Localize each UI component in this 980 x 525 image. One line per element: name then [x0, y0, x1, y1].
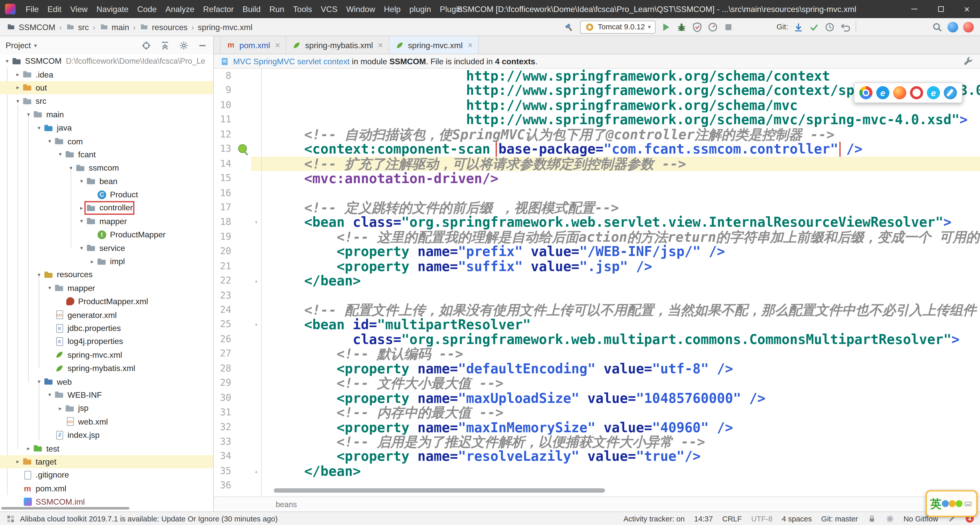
activity-tracker-status[interactable]: Activity tracker: on [624, 514, 685, 523]
chevron-expanded-icon[interactable]: ▾ [56, 151, 65, 158]
tree-item-test[interactable]: ▸test [0, 442, 213, 455]
breadcrumb-main[interactable]: main [99, 22, 129, 32]
vcs-rollback-icon[interactable] [840, 21, 851, 32]
ime-icon-green[interactable] [956, 500, 963, 507]
chrome-icon[interactable] [859, 86, 872, 99]
tree-item-spring-mvc.xml[interactable]: spring-mvc.xml [0, 348, 213, 362]
tree-item-com[interactable]: ▾com [0, 134, 213, 148]
fold-icon[interactable]: ▴ [251, 464, 262, 478]
tree-item-WEB-INF[interactable]: ▾WEB-INF [0, 388, 213, 401]
close-tab-icon[interactable]: × [378, 40, 383, 50]
code-line-35[interactable]: 35▴ </bean> [214, 464, 980, 478]
code-line-30[interactable]: 30 <property name="maxUploadSize" value=… [214, 391, 980, 405]
hide-panel-icon[interactable] [197, 40, 207, 50]
code-line-16[interactable]: 16 [214, 186, 980, 200]
code-line-29[interactable]: 29 <!-- 文件大小最大值 --> [214, 376, 980, 391]
code-line-17[interactable]: 17 <!-- 定义跳转的文件的前后缀 ，视图模式配置--> [214, 200, 980, 215]
vcs-history-icon[interactable] [824, 21, 835, 32]
tree-item-pom.xml[interactable]: mpom.xml [0, 482, 213, 495]
breadcrumb-SSMCOM[interactable]: SSMCOM [6, 22, 55, 32]
code-line-24[interactable]: 24 <!-- 配置文件上传，如果没有使用文件上传可以不用配置，当然如果不配，那… [214, 303, 980, 317]
tree-item-bean[interactable]: ▾bean [0, 174, 213, 188]
code-line-18[interactable]: 18▾ <bean class="org.springframework.web… [214, 215, 980, 230]
line-ending-status[interactable]: CRLF [722, 514, 742, 523]
chevron-expanded-icon[interactable]: ▾ [3, 58, 12, 64]
build-icon[interactable] [565, 21, 575, 32]
tree-item-web[interactable]: ▾web [0, 375, 213, 388]
code-line-12[interactable]: 12 <!-- 自动扫描该包，使SpringMVC认为包下用了@controll… [214, 127, 980, 142]
debug-icon[interactable] [676, 21, 687, 32]
coverage-icon[interactable] [692, 21, 703, 32]
code-line-8[interactable]: 8 http://www.springframework.org/schema/… [214, 68, 980, 83]
chevron-expanded-icon[interactable]: ▾ [35, 378, 44, 384]
tree-item-jsp[interactable]: ▸jsp [0, 401, 213, 415]
chevron-expanded-icon[interactable]: ▾ [66, 165, 76, 171]
menu-view[interactable]: View [66, 4, 92, 14]
code-line-31[interactable]: 31 <!-- 内存中的最大值 --> [214, 405, 980, 420]
code-line-20[interactable]: 20 <property name="prefix" value="/WEB-I… [214, 244, 980, 259]
tree-item-ProductMapper.xml[interactable]: ProductMapper.xml [0, 295, 213, 308]
tree-item-SSMCOM[interactable]: ▾SSMCOMD:\fcofficework\Dome\Idea\fcsca\P… [0, 54, 213, 68]
chevron-collapsed-icon[interactable]: ▸ [56, 405, 65, 411]
run-config-selector[interactable]: Tomcat 9.0.12 ▾ [580, 21, 656, 33]
keyboard-icon[interactable] [963, 500, 973, 507]
maximize-button[interactable] [928, 0, 954, 18]
tree-item-out[interactable]: ▸out [0, 81, 213, 94]
tree-item-mapper[interactable]: ▾mapper [0, 215, 213, 228]
menu-edit[interactable]: Edit [43, 4, 66, 14]
ime-indicator[interactable]: 英 [926, 490, 977, 517]
code-line-33[interactable]: 33 <!-- 启用是为了推迟文件解析，以便捕获文件大小异常 --> [214, 435, 980, 449]
tree-item-generator.xml[interactable]: </>generator.xml [0, 308, 213, 321]
tree-item-Product[interactable]: CProduct [0, 188, 213, 201]
tool-window-switcher-icon[interactable] [6, 514, 15, 523]
tree-item-.idea[interactable]: ▸.idea [0, 68, 213, 81]
editor-hscrollbar[interactable] [274, 488, 605, 493]
code-line-15[interactable]: 15 <mvc:annotation-driven/> [214, 171, 980, 186]
tree-item-target[interactable]: ▸target [0, 455, 213, 468]
plugin-icon-blue[interactable] [948, 21, 958, 32]
chevron-collapsed-icon[interactable]: ▸ [13, 85, 22, 91]
tree-item-fcant[interactable]: ▾fcant [0, 148, 213, 161]
tree-item-SSMCOM.iml[interactable]: SSMCOM.iml [0, 495, 213, 508]
tree-item-.gitignore[interactable]: .gitignore [0, 468, 213, 482]
tree-item-spring-mybatis.xml[interactable]: spring-mybatis.xml [0, 362, 213, 375]
code-line-28[interactable]: 28 <property name="defaultEncoding" valu… [214, 361, 980, 376]
ime-language[interactable]: 英 [930, 496, 942, 511]
code-line-32[interactable]: 32 <property name="maxInMemorySize" valu… [214, 420, 980, 435]
status-message[interactable]: Alibaba cloud toolkit 2019.7.1 is availa… [20, 514, 278, 523]
code-line-19[interactable]: 19 <!-- 这里的配置我的理解是自动给后面action的方法return的字… [214, 230, 980, 244]
safari-icon[interactable] [944, 86, 957, 99]
chevron-expanded-icon[interactable]: ▾ [77, 245, 86, 251]
banner-settings-icon[interactable] [963, 56, 974, 67]
search-everywhere-icon[interactable] [932, 21, 942, 32]
menu-build[interactable]: Build [238, 4, 265, 14]
code-line-25[interactable]: 25▾ <bean id="multipartResolver" [214, 317, 980, 332]
code-line-11[interactable]: 11 http://www.springframework.org/schema… [214, 113, 980, 127]
vcs-commit-icon[interactable] [809, 21, 819, 32]
tree-item-resources[interactable]: ▾resources [0, 268, 213, 281]
menu-navigate[interactable]: Navigate [92, 4, 133, 14]
chevron-expanded-icon[interactable]: ▾ [77, 178, 86, 184]
chevron-collapsed-icon[interactable]: ▸ [77, 205, 86, 211]
tree-item-mapper[interactable]: ▾mapper [0, 281, 213, 295]
tree-item-ssmcom[interactable]: ▾ssmcom [0, 161, 213, 174]
menu-vcs[interactable]: VCS [317, 4, 342, 14]
chevron-collapsed-icon[interactable]: ▸ [88, 258, 97, 265]
menu-plugin[interactable]: plugin [405, 4, 435, 14]
tree-item-src[interactable]: ▾src [0, 94, 213, 108]
chevron-expanded-icon[interactable]: ▾ [45, 138, 54, 144]
breadcrumb-spring-mvc.xml[interactable]: spring-mvc.xml [198, 22, 252, 32]
code-editor[interactable]: 8 http://www.springframework.org/schema/… [214, 68, 980, 496]
project-tree-hscrollbar[interactable] [1, 507, 129, 510]
encoding-status[interactable]: UTF-8 [751, 514, 772, 523]
menu-refactor[interactable]: Refactor [199, 4, 239, 14]
lock-icon[interactable] [867, 514, 876, 523]
edge-icon[interactable]: e [876, 86, 889, 99]
breadcrumb-src[interactable]: src [65, 22, 89, 32]
fold-icon[interactable]: ▾ [251, 317, 262, 332]
code-line-21[interactable]: 21 <property name="suffix" value=".jsp" … [214, 259, 980, 274]
inspection-profile-icon[interactable] [885, 514, 894, 523]
fold-icon[interactable]: ▾ [251, 215, 262, 230]
tab-spring-mvc.xml[interactable]: spring-mvc.xml× [389, 36, 479, 54]
ie-icon[interactable]: e [927, 86, 940, 99]
